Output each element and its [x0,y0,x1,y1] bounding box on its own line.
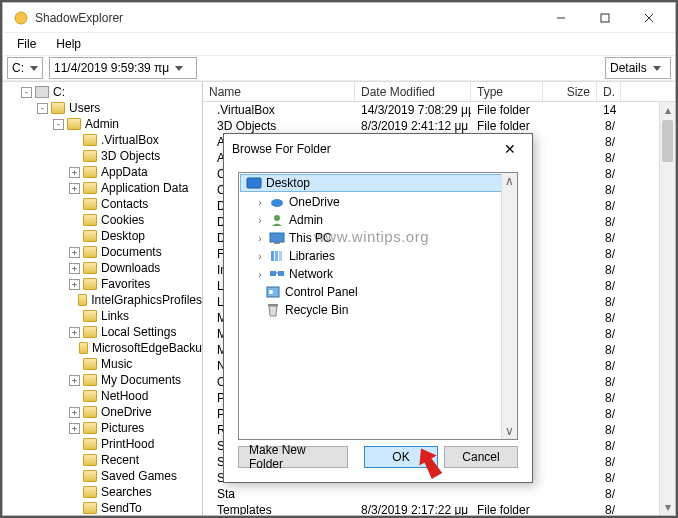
cell-d2: 8/ [597,503,621,515]
tree-item[interactable]: +OneDrive [7,404,202,420]
folder-tree[interactable]: Desktop › OneDrive › Admin › This PC › L… [238,172,518,440]
tree-item[interactable]: Contacts [7,196,202,212]
bf-thispc[interactable]: › This PC [239,229,517,247]
scroll-thumb[interactable] [662,120,673,162]
tree-item[interactable]: +Documents [7,244,202,260]
table-row[interactable]: .VirtualBox14/3/2019 7:08:29 μμFile fold… [203,102,675,118]
cell-d2: 8/ [597,151,621,165]
svg-rect-14 [278,271,284,276]
tree-item[interactable]: Saved Games [7,468,202,484]
folder-icon [83,310,97,322]
file-name: .VirtualBox [217,103,275,117]
tree-item[interactable]: Desktop [7,228,202,244]
tree-item[interactable]: +Favorites [7,276,202,292]
collapse-icon[interactable]: - [53,119,64,130]
snapshot-value: 11/4/2019 9:59:39 πμ [54,61,169,75]
expand-icon[interactable]: + [69,375,80,386]
col-accessed[interactable]: D. [597,82,621,101]
tree-item[interactable]: +Local Settings [7,324,202,340]
scroll-down-icon[interactable]: ▾ [660,499,675,515]
tree-item[interactable]: .VirtualBox [7,132,202,148]
tree-item[interactable]: MicrosoftEdgeBacku [7,340,202,356]
window-title: ShadowExplorer [35,11,539,25]
expand-icon[interactable]: + [69,423,80,434]
tree-item[interactable]: +Pictures [7,420,202,436]
tree-item[interactable]: Cookies [7,212,202,228]
expand-icon[interactable]: + [69,183,80,194]
list-scrollbar[interactable]: ▴ ▾ [659,102,675,515]
tree-item[interactable]: 3D Objects [7,148,202,164]
expand-icon[interactable]: + [69,407,80,418]
cell-d2: 14 [597,103,621,117]
table-row[interactable]: Sta8/ [203,486,675,502]
spacer [69,455,80,466]
tree-item[interactable]: NetHood [7,388,202,404]
app-icon [13,10,29,26]
collapse-icon[interactable]: - [21,87,32,98]
make-new-folder-button[interactable]: Make New Folder [238,446,348,468]
expand-icon[interactable]: + [69,279,80,290]
collapse-icon[interactable]: - [37,103,48,114]
col-modified[interactable]: Date Modified [355,82,471,101]
col-name[interactable]: Name [203,82,355,101]
bf-network[interactable]: › Network [239,265,517,283]
folder-icon [83,326,97,338]
expand-icon[interactable]: + [69,263,80,274]
file-name: 3D Objects [217,119,276,133]
folder-icon [83,390,97,402]
close-button[interactable] [627,4,671,32]
drive-combo[interactable]: C: [7,57,43,79]
tree-item[interactable]: Music [7,356,202,372]
folder-icon [67,118,81,130]
tree-item[interactable]: PrintHood [7,436,202,452]
menu-help[interactable]: Help [46,35,91,53]
tree-label: Desktop [101,228,145,244]
svg-rect-10 [271,251,274,261]
col-type[interactable]: Type [471,82,543,101]
chevron-right-icon: › [255,233,265,244]
cancel-button[interactable]: Cancel [444,446,518,468]
tree-item[interactable]: +My Documents [7,372,202,388]
dialog-scrollbar[interactable]: ∧ ∨ [501,173,517,439]
view-combo[interactable]: Details [605,57,671,79]
bf-controlpanel[interactable]: Control Panel [239,283,517,301]
tree-item[interactable]: +Downloads [7,260,202,276]
expand-icon[interactable]: + [69,327,80,338]
scroll-down-icon[interactable]: ∨ [502,423,517,439]
maximize-button[interactable] [583,4,627,32]
table-row[interactable]: Templates8/3/2019 2:17:22 μμFile folder8… [203,502,675,515]
chevron-right-icon: › [255,197,265,208]
bf-recyclebin[interactable]: Recycle Bin [239,301,517,319]
tree-users[interactable]: -Users [7,100,202,116]
tree-item[interactable]: +Application Data [7,180,202,196]
tree-item[interactable]: +AppData [7,164,202,180]
bf-desktop[interactable]: Desktop [240,174,516,192]
dialog-title: Browse For Folder [232,142,496,156]
tree-item[interactable]: Recent [7,452,202,468]
tree-item[interactable]: IntelGraphicsProfiles [7,292,202,308]
tree-root[interactable]: -C: [7,84,202,100]
tree-item[interactable]: SendTo [7,500,202,515]
tree-admin[interactable]: -Admin [7,116,202,132]
scroll-up-icon[interactable]: ▴ [660,102,675,118]
controlpanel-icon [265,285,281,299]
expand-icon[interactable]: + [69,167,80,178]
bf-libraries[interactable]: › Libraries [239,247,517,265]
ok-button[interactable]: OK [364,446,438,468]
dialog-close-button[interactable]: ✕ [496,141,524,157]
table-row[interactable]: 3D Objects8/3/2019 2:41:12 μμFile folder… [203,118,675,134]
tree-pane[interactable]: -C:-Users-Admin.VirtualBox3D Objects+App… [3,82,203,515]
minimize-button[interactable] [539,4,583,32]
expand-icon[interactable]: + [69,247,80,258]
folder-icon [83,438,97,450]
folder-icon [83,454,97,466]
tree-item[interactable]: Searches [7,484,202,500]
tree-item[interactable]: Links [7,308,202,324]
bf-admin[interactable]: › Admin [239,211,517,229]
tree-label: Saved Games [101,468,177,484]
snapshot-combo[interactable]: 11/4/2019 9:59:39 πμ [49,57,197,79]
bf-onedrive[interactable]: › OneDrive [239,193,517,211]
scroll-up-icon[interactable]: ∧ [502,173,517,189]
col-size[interactable]: Size [543,82,597,101]
menu-file[interactable]: File [7,35,46,53]
